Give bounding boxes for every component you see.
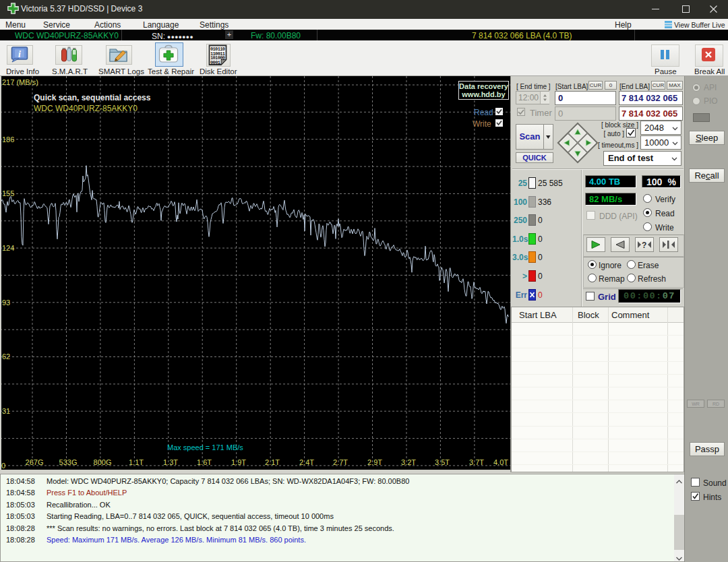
svg-text:0001: 0001: [210, 60, 220, 65]
svg-text:?: ?: [642, 241, 646, 250]
svg-text:i: i: [18, 49, 21, 59]
